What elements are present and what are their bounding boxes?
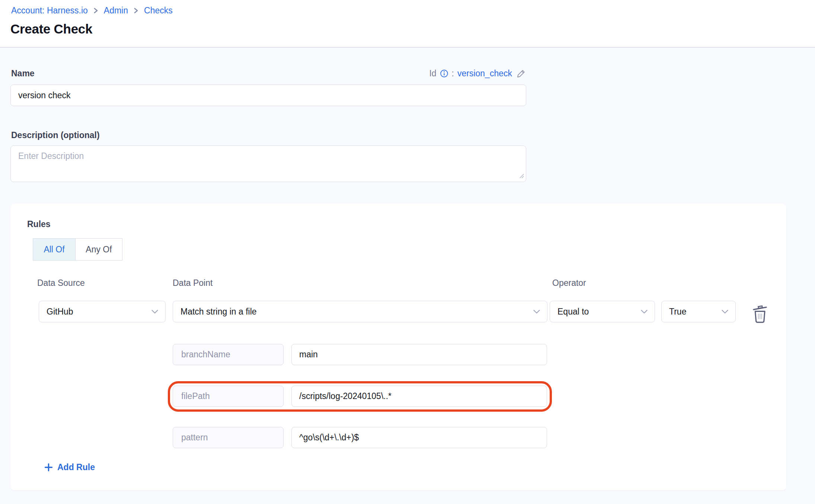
data-point-select[interactable]: Match string in a file bbox=[173, 301, 547, 322]
page-header: Account: Harness.io Admin Checks Create … bbox=[0, 0, 815, 48]
trash-icon bbox=[751, 304, 768, 323]
description-label: Description (optional) bbox=[11, 130, 100, 140]
param-key-branchname: branchName bbox=[173, 344, 284, 365]
chevron-down-icon bbox=[721, 309, 729, 314]
name-input[interactable] bbox=[10, 84, 526, 106]
breadcrumb-admin-link[interactable]: Admin bbox=[104, 6, 128, 16]
create-check-page: Account: Harness.io Admin Checks Create … bbox=[0, 0, 815, 504]
chevron-down-icon bbox=[151, 309, 159, 314]
id-value-link[interactable]: version_check bbox=[457, 68, 512, 79]
chevron-down-icon bbox=[533, 309, 540, 314]
id-colon: : bbox=[452, 68, 454, 79]
param-value-filepath-input[interactable] bbox=[291, 386, 547, 407]
add-rule-button[interactable]: Add Rule bbox=[44, 462, 95, 472]
operator-value: Equal to bbox=[557, 307, 589, 317]
operator-value-select[interactable]: True bbox=[661, 301, 736, 322]
data-source-select[interactable]: GitHub bbox=[39, 301, 166, 322]
operator-select[interactable]: Equal to bbox=[550, 301, 655, 322]
chevron-right-icon bbox=[93, 7, 98, 14]
rules-card: Rules All Of Any Of Data Source Data Poi… bbox=[10, 204, 786, 490]
name-label: Name bbox=[11, 68, 35, 79]
id-line: Id : version_check bbox=[429, 68, 526, 79]
param-value-branchname-input[interactable] bbox=[291, 344, 547, 365]
id-label: Id bbox=[429, 68, 436, 79]
param-value-pattern-input[interactable] bbox=[291, 427, 547, 448]
data-source-value: GitHub bbox=[47, 307, 73, 317]
info-icon[interactable] bbox=[440, 69, 448, 78]
plus-icon bbox=[44, 463, 53, 472]
breadcrumb: Account: Harness.io Admin Checks bbox=[11, 6, 173, 16]
chevron-down-icon bbox=[640, 309, 648, 314]
rules-section-label: Rules bbox=[27, 219, 51, 229]
rules-condition-toggle: All Of Any Of bbox=[33, 238, 122, 261]
toggle-any-of-button[interactable]: Any Of bbox=[75, 238, 122, 261]
param-key-pattern: pattern bbox=[173, 427, 284, 448]
data-source-label: Data Source bbox=[37, 278, 85, 288]
description-textarea[interactable] bbox=[10, 146, 526, 182]
operator-value-value: True bbox=[669, 307, 686, 317]
chevron-right-icon bbox=[134, 7, 138, 14]
description-field-wrap bbox=[10, 146, 526, 182]
breadcrumb-checks-link[interactable]: Checks bbox=[144, 6, 173, 16]
operator-label: Operator bbox=[552, 278, 586, 288]
breadcrumb-account-link[interactable]: Account: Harness.io bbox=[11, 6, 88, 16]
data-point-value: Match string in a file bbox=[180, 307, 257, 317]
edit-pencil-icon[interactable] bbox=[516, 68, 526, 79]
page-title: Create Check bbox=[10, 22, 92, 36]
delete-rule-button[interactable] bbox=[751, 303, 769, 323]
add-rule-label: Add Rule bbox=[57, 462, 95, 472]
toggle-all-of-button[interactable]: All Of bbox=[33, 238, 76, 261]
param-key-filepath: filePath bbox=[173, 386, 284, 407]
data-point-label: Data Point bbox=[173, 278, 212, 288]
